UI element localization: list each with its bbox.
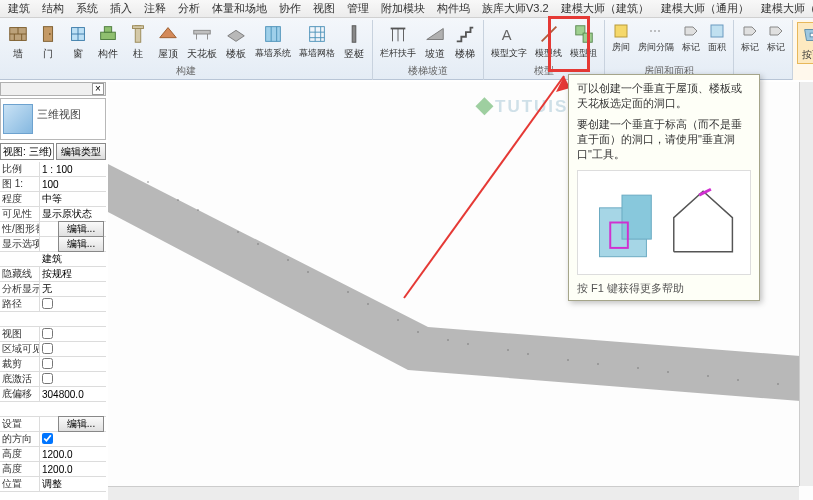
- property-key: 裁剪: [0, 357, 40, 371]
- property-value[interactable]: 调整: [40, 477, 106, 491]
- edit-type-button[interactable]: 编辑类型: [56, 143, 106, 160]
- tag2-button[interactable]: 标记: [738, 22, 762, 55]
- svg-rect-40: [711, 25, 723, 37]
- property-value[interactable]: 1200.0: [40, 449, 106, 460]
- model-group-button[interactable]: 模型组: [567, 22, 600, 61]
- stair-button[interactable]: 楼梯: [451, 22, 479, 62]
- menu-item[interactable]: 建筑: [2, 0, 36, 18]
- property-value[interactable]: 无: [40, 282, 106, 296]
- menu-bar: 建筑 结构 系统 插入 注释 分析 体量和场地 协作 视图 管理 附加模块 构件…: [0, 0, 813, 18]
- curtain-grid-button[interactable]: 幕墙网格: [296, 22, 338, 61]
- model-line-button[interactable]: 模型线: [532, 22, 565, 61]
- property-value[interactable]: [40, 433, 106, 446]
- component-button[interactable]: 构件: [94, 22, 122, 62]
- tag-icon: [683, 23, 699, 39]
- ribbon-group-build: 墙 门 窗 构件 柱 屋顶 天花板 楼板 幕墙系统 幕墙网格 竖梃 构建: [0, 20, 373, 80]
- menu-item[interactable]: 体量和场地: [206, 0, 273, 18]
- menu-item[interactable]: 结构: [36, 0, 70, 18]
- svg-point-67: [367, 303, 368, 304]
- column-button[interactable]: 柱: [124, 22, 152, 62]
- edit-button[interactable]: 编辑...: [58, 221, 104, 237]
- property-value[interactable]: 中等: [40, 192, 106, 206]
- wall-button[interactable]: 墙: [4, 22, 32, 62]
- property-value[interactable]: [40, 343, 106, 356]
- tag3-icon: [768, 23, 784, 39]
- byface-button[interactable]: 按面: [797, 22, 813, 64]
- window-button[interactable]: 窗: [64, 22, 92, 62]
- menu-item[interactable]: 建模大师（建筑）: [555, 0, 655, 18]
- view-thumbnail[interactable]: 三维视图: [0, 98, 106, 140]
- scrollbar-horizontal[interactable]: [108, 486, 799, 500]
- close-icon[interactable]: ×: [92, 83, 104, 95]
- floor-button[interactable]: 楼板: [222, 22, 250, 62]
- railing-icon: [387, 23, 409, 45]
- property-key: 高度: [0, 462, 40, 476]
- property-row: [0, 312, 106, 327]
- property-value[interactable]: 编辑...: [40, 416, 106, 432]
- svg-point-64: [197, 209, 198, 210]
- property-value[interactable]: 100: [40, 179, 106, 190]
- property-row: 建筑: [0, 252, 106, 267]
- menu-item[interactable]: 系统: [70, 0, 104, 18]
- svg-point-68: [417, 331, 418, 332]
- edit-button[interactable]: 编辑...: [58, 416, 104, 432]
- ceiling-button[interactable]: 天花板: [184, 22, 220, 62]
- property-value[interactable]: 304800.0: [40, 389, 106, 400]
- window-icon: [67, 23, 89, 45]
- tag3-button[interactable]: 标记: [764, 22, 788, 55]
- svg-point-73: [737, 379, 738, 380]
- model-text-button[interactable]: A模型文字: [488, 22, 530, 61]
- door-button[interactable]: 门: [34, 22, 62, 62]
- property-key: 的方向: [0, 432, 40, 446]
- menu-item[interactable]: 注释: [138, 0, 172, 18]
- byface-icon: [801, 24, 813, 46]
- property-value[interactable]: [40, 373, 106, 386]
- menu-item[interactable]: 分析: [172, 0, 206, 18]
- tag-button[interactable]: 标记: [679, 22, 703, 55]
- property-value[interactable]: [40, 298, 106, 311]
- railing-button[interactable]: 栏杆扶手: [377, 22, 419, 61]
- menu-item[interactable]: 插入: [104, 0, 138, 18]
- area-button[interactable]: 面积: [705, 22, 729, 55]
- edit-button[interactable]: 编辑...: [58, 236, 104, 252]
- property-value[interactable]: 编辑...: [40, 236, 106, 252]
- curtain-system-button[interactable]: 幕墙系统: [252, 22, 294, 61]
- svg-point-6: [49, 33, 51, 35]
- ramp-button[interactable]: 坡道: [421, 22, 449, 62]
- view-selector[interactable]: 视图: 三维): [0, 143, 54, 160]
- property-key: 程度: [0, 192, 40, 206]
- menu-item[interactable]: 建模大师（通用）: [655, 0, 755, 18]
- svg-point-63: [147, 181, 148, 182]
- ribbon-group-tag2: 标记 标记: [734, 20, 793, 80]
- property-value[interactable]: 按规程: [40, 267, 106, 281]
- svg-rect-37: [615, 25, 627, 37]
- text-icon: A: [498, 23, 520, 45]
- room-sep-button[interactable]: 房间分隔: [635, 22, 677, 55]
- menu-item[interactable]: 附加模块: [375, 0, 431, 18]
- property-value[interactable]: 1200.0: [40, 464, 106, 475]
- floor-icon: [225, 23, 247, 45]
- property-value[interactable]: [40, 358, 106, 371]
- menu-item[interactable]: 构件坞: [431, 0, 476, 18]
- menu-item[interactable]: 管理: [341, 0, 375, 18]
- menu-item[interactable]: 视图: [307, 0, 341, 18]
- svg-rect-11: [104, 27, 111, 33]
- room-button[interactable]: 房间: [609, 22, 633, 55]
- panel-close-bar: ×: [0, 82, 106, 96]
- property-value[interactable]: 建筑: [40, 252, 106, 266]
- svg-point-70: [527, 353, 528, 354]
- menu-item[interactable]: 族库大师V3.2: [476, 0, 555, 18]
- menu-item[interactable]: 建模大师（机电）: [755, 0, 813, 18]
- tooltip-line2: 要创建一个垂直于标高（而不是垂直于面）的洞口，请使用"垂直洞口"工具。: [577, 117, 751, 162]
- scrollbar-vertical[interactable]: [799, 82, 813, 486]
- property-value[interactable]: 1 : 100: [40, 164, 106, 175]
- menu-item[interactable]: 协作: [273, 0, 307, 18]
- roof-button[interactable]: 屋顶: [154, 22, 182, 62]
- property-value[interactable]: 显示原状态: [40, 207, 106, 221]
- property-value[interactable]: [40, 328, 106, 341]
- property-key: 显示选项: [0, 237, 40, 251]
- svg-point-77: [347, 291, 348, 292]
- property-value[interactable]: 编辑...: [40, 221, 106, 237]
- mullion-button[interactable]: 竖梃: [340, 22, 368, 62]
- svg-marker-14: [160, 28, 177, 38]
